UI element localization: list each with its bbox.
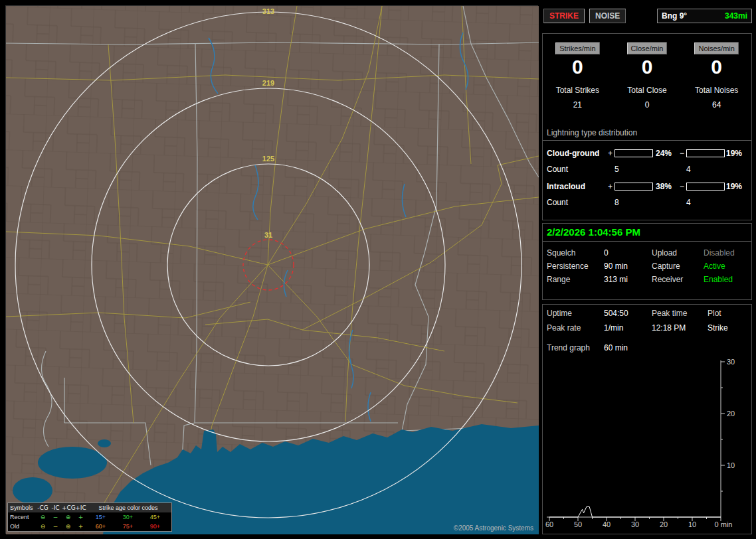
range-row: Range 313 mi Receiver Enabled (543, 275, 751, 288)
total-strikes-label: Total Strikes (543, 86, 613, 95)
noises-per-min-column: Noises/min 0 Total Noises 64 (682, 42, 751, 110)
ring-label-125: 125 (262, 155, 274, 163)
cloud-ground-label: Cloud-ground (547, 149, 599, 158)
ic-negative-bar (686, 183, 725, 191)
x-tick-20: 20 (660, 520, 668, 528)
ic-positive-bar (614, 183, 653, 191)
x-tick-10: 10 (688, 520, 696, 528)
trend-graph-duration: 60 min (604, 343, 628, 352)
upload-label: Upload (652, 248, 677, 258)
trend-panel: Uptime 504:50 Peak time Plot Peak rate 1… (542, 304, 752, 534)
legend-old-row: Old ⊖ − ⊕ + 60+ 75+ 90+ (8, 522, 171, 531)
total-close-value: 0 (613, 100, 682, 110)
trend-line (549, 506, 721, 517)
x-tick-40: 40 (603, 520, 611, 528)
pos-cg-old-icon: ⊕ (62, 523, 74, 530)
uptime-label: Uptime (547, 309, 572, 318)
noise-mode-button[interactable]: NOISE (589, 9, 626, 23)
bearing-range-box: Bng 9° 343mi (657, 9, 752, 23)
datetime-display: 2/2/2026 1:04:56 PM (543, 224, 751, 242)
peak-time-label: Peak time (652, 309, 687, 318)
neg-cg-recent-icon: ⊖ (37, 514, 49, 520)
intracloud-row: Intracloud + 38% − 19% (543, 182, 751, 191)
x-tick-30: 30 (631, 520, 639, 528)
legend-age-header: Strike age color codes (87, 504, 169, 511)
cg-positive-pct: 24% (656, 149, 672, 158)
total-noises-value: 64 (682, 100, 751, 110)
map-legend: Symbols -CG -IC +CG +IC Strike age color… (7, 502, 172, 532)
ic-negative-count: 4 (686, 198, 691, 207)
age-45: 45+ (142, 514, 169, 520)
trend-graph: 30 20 10 60 50 40 30 20 10 0 min (543, 354, 751, 532)
peak-rate-value: 1/min (604, 323, 623, 333)
upload-status: Disabled (704, 248, 735, 258)
bearing-value: 343mi (725, 11, 747, 21)
trend-axes (547, 360, 725, 521)
mode-toolbar: STRIKE NOISE Bng 9° 343mi (543, 7, 752, 25)
neg-ic-old-icon: − (49, 523, 62, 530)
total-strikes-value: 21 (543, 100, 613, 110)
legend-recent-row: Recent ⊖ − ⊕ + 15+ 30+ 45+ (8, 512, 171, 522)
persistence-value: 90 min (604, 262, 628, 271)
copyright-text: ©2005 Astrogenic Systems (454, 524, 533, 532)
app-window: 313 219 125 31 Symbols -CG -IC +CG +IC S… (0, 0, 756, 539)
x-tick-50: 50 (574, 520, 582, 528)
persistence-label: Persistence (547, 262, 589, 271)
plus-sign: + (608, 182, 613, 191)
legend-col-pos-cg: +CG (62, 504, 74, 511)
settings-rows: Squelch 0 Upload Disabled Persistence 90… (543, 248, 751, 288)
squelch-label: Squelch (547, 248, 575, 258)
minus-sign: − (680, 182, 684, 191)
receiver-status-panel: 2/2/2026 1:04:56 PM Squelch 0 Upload Dis… (542, 223, 752, 300)
map-svg[interactable]: 313 219 125 31 (6, 6, 539, 534)
plot-label: Plot (708, 309, 721, 318)
cg-negative-count: 4 (686, 165, 691, 174)
map-area[interactable]: 313 219 125 31 Symbols -CG -IC +CG +IC S… (5, 5, 538, 534)
ic-negative-pct: 19% (726, 182, 742, 191)
ic-positive-pct: 38% (656, 182, 672, 191)
peak-time-value: 12:18 PM (652, 323, 686, 333)
y-tick-10: 10 (727, 461, 735, 469)
capture-label: Capture (652, 262, 680, 271)
age-90: 90+ (142, 523, 169, 530)
legend-col-neg-cg: -CG (37, 504, 49, 511)
intracloud-label: Intracloud (547, 182, 585, 191)
pos-ic-old-icon: + (74, 523, 87, 530)
uptime-value: 504:50 (604, 309, 628, 318)
age-60: 60+ (87, 523, 114, 530)
count-label: Count (547, 198, 568, 207)
ic-positive-count: 8 (614, 198, 619, 207)
plus-sign: + (608, 149, 613, 158)
pos-ic-recent-icon: + (74, 514, 87, 520)
peak-rate-row: Peak rate 1/min 12:18 PM Strike (543, 323, 751, 338)
strike-mode-button[interactable]: STRIKE (543, 9, 585, 23)
close-per-min-value: 0 (613, 56, 682, 78)
age-15: 15+ (87, 514, 114, 520)
y-tick-30: 30 (727, 358, 735, 366)
count-label: Count (547, 165, 568, 174)
cloud-ground-count-row: Count 5 4 (543, 165, 751, 174)
range-label: Range (547, 275, 570, 284)
legend-row-label: Recent (10, 514, 37, 520)
ring-label-31: 31 (264, 231, 272, 239)
cg-negative-pct: 19% (726, 149, 742, 158)
distribution-title: Lightning type distribution (543, 128, 751, 141)
legend-col-pos-ic: +IC (74, 504, 87, 511)
minus-sign: − (680, 149, 684, 158)
x-tick-0min: 0 min (715, 520, 733, 528)
strikes-per-min-column: Strikes/min 0 Total Strikes 21 (543, 42, 613, 110)
cg-positive-count: 5 (614, 165, 619, 174)
close-per-min-button[interactable]: Close/min (627, 42, 668, 54)
strike-stats-panel: Strikes/min 0 Total Strikes 21 Close/min… (542, 33, 752, 220)
rate-columns: Strikes/min 0 Total Strikes 21 Close/min… (543, 34, 751, 110)
noises-per-min-button[interactable]: Noises/min (694, 42, 738, 54)
ring-label-219: 219 (262, 79, 274, 87)
plot-type-value: Strike (708, 323, 728, 333)
close-per-min-column: Close/min 0 Total Close 0 (613, 42, 682, 110)
receiver-status: Enabled (704, 275, 733, 284)
strikes-per-min-button[interactable]: Strikes/min (555, 42, 599, 54)
receiver-label: Receiver (652, 275, 683, 284)
cloud-ground-row: Cloud-ground + 24% − 19% (543, 149, 751, 158)
uptime-row: Uptime 504:50 Peak time Plot (543, 309, 751, 323)
capture-status: Active (704, 262, 725, 271)
